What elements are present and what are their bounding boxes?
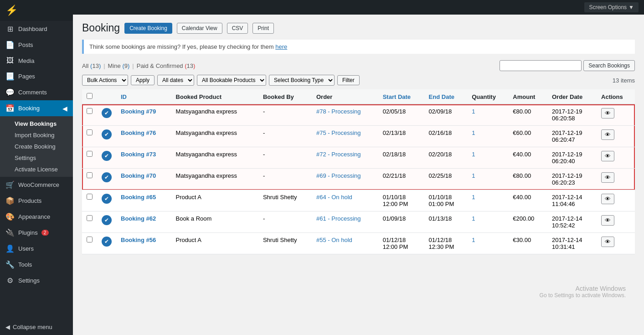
sidebar-item-comments[interactable]: 💬 Comments <box>0 84 73 100</box>
booking-id-link[interactable]: Booking #73 <box>121 151 156 158</box>
status-check-icon: ✔ <box>102 172 112 182</box>
order-link[interactable]: #75 - Processing <box>316 129 361 136</box>
start-date: 01/12/18 12:00 PM <box>378 233 424 254</box>
order-link[interactable]: #55 - On hold <box>316 237 352 243</box>
filter-all[interactable]: All (13) <box>82 62 101 69</box>
filter-button[interactable]: Filter <box>337 75 360 85</box>
search-input[interactable] <box>500 60 582 71</box>
calendar-view-button[interactable]: Calendar View <box>177 23 222 34</box>
order-link[interactable]: #64 - On hold <box>316 194 352 201</box>
view-button[interactable]: 👁 <box>601 151 614 161</box>
booked-by: - <box>258 104 312 126</box>
woocommerce-icon: 🛒 <box>5 180 15 189</box>
sidebar-item-dashboard[interactable]: ⊞ Dashboard <box>0 21 73 37</box>
tools-icon: 🔧 <box>5 260 15 269</box>
quantity-link[interactable]: 1 <box>472 237 475 243</box>
notice-link[interactable]: here <box>275 43 287 50</box>
booking-id-link[interactable]: Booking #65 <box>121 194 156 201</box>
booking-arrow-icon: ◀ <box>62 105 67 112</box>
quantity-link[interactable]: 1 <box>472 172 475 179</box>
sidebar-item-posts[interactable]: 📄 Posts <box>0 37 73 53</box>
sidebar-item-tools[interactable]: 🔧 Tools <box>0 257 73 273</box>
amount: €200.00 <box>508 211 547 233</box>
view-button[interactable]: 👁 <box>601 108 614 119</box>
booking-id-link[interactable]: Booking #76 <box>121 129 156 136</box>
logo-icon: ⚡ <box>5 5 18 16</box>
order-link[interactable]: #78 - Processing <box>316 108 361 115</box>
windows-watermark: Activate Windows Go to Settings to activ… <box>540 285 626 299</box>
booking-id-link[interactable]: Booking #79 <box>121 108 156 115</box>
quantity-link[interactable]: 1 <box>472 108 475 115</box>
row-checkbox[interactable] <box>87 215 93 221</box>
screen-options-button[interactable]: Screen Options ▼ <box>584 2 639 12</box>
booking-type-select[interactable]: Select Booking Type <box>269 75 335 86</box>
booking-product: Product A <box>171 233 258 254</box>
submenu-settings[interactable]: Settings <box>0 152 73 164</box>
row-checkbox[interactable] <box>87 129 93 135</box>
csv-button[interactable]: CSV <box>227 23 248 34</box>
submenu-activate-license[interactable]: Activate License <box>0 164 73 175</box>
row-checkbox[interactable] <box>87 108 93 114</box>
quantity-link[interactable]: 1 <box>472 215 475 222</box>
submenu-create-booking[interactable]: Create Booking <box>0 141 73 152</box>
start-date: 02/05/18 <box>378 104 424 126</box>
collapse-label: Collapse menu <box>13 324 52 330</box>
print-button[interactable]: Print <box>252 23 274 34</box>
page-header: Booking Create Booking Calendar View CSV… <box>82 22 635 34</box>
quantity-link[interactable]: 1 <box>472 151 475 158</box>
submenu-view-bookings[interactable]: View Bookings <box>0 118 73 129</box>
sidebar-item-label: Posts <box>18 41 33 48</box>
view-button[interactable]: 👁 <box>601 172 614 183</box>
view-button[interactable]: 👁 <box>601 237 614 247</box>
view-button[interactable]: 👁 <box>601 129 614 140</box>
booking-id-link[interactable]: Booking #56 <box>121 237 156 243</box>
order-date: 2017-12-14 10:31:41 <box>547 233 597 254</box>
booked-by: - <box>258 211 312 233</box>
sidebar-item-products[interactable]: 📦 Products <box>0 193 73 209</box>
submenu-import-booking[interactable]: Import Booking <box>0 129 73 141</box>
dates-select[interactable]: All dates <box>157 75 194 86</box>
filter-mine[interactable]: Mine (9) <box>108 62 130 69</box>
status-check-icon: ✔ <box>102 151 112 161</box>
quantity-link[interactable]: 1 <box>472 194 475 201</box>
col-id-header: ID <box>116 89 171 104</box>
view-button[interactable]: 👁 <box>601 215 614 226</box>
search-bookings-button[interactable]: Search Bookings <box>583 60 635 71</box>
amount: €30.00 <box>508 233 547 254</box>
col-product-header: Booked Product <box>171 89 258 104</box>
quantity-link[interactable]: 1 <box>472 129 475 136</box>
amount: €40.00 <box>508 147 547 169</box>
order-date: 2017-12-14 10:52:42 <box>547 211 597 233</box>
sidebar-item-booking[interactable]: 📅 Booking ◀ <box>0 100 73 116</box>
booking-id-link[interactable]: Booking #70 <box>121 172 156 179</box>
products-select[interactable]: All Bookable Products <box>197 75 266 86</box>
filter-paid-confirmed[interactable]: Paid & Confirmed (13) <box>137 62 196 69</box>
order-date: 2017-12-19 06:20:23 <box>547 169 597 190</box>
sidebar-item-pages[interactable]: 📃 Pages <box>0 68 73 84</box>
collapse-menu[interactable]: ◀ Collapse menu <box>0 319 73 335</box>
sidebar-item-users[interactable]: 👤 Users <box>0 241 73 257</box>
row-checkbox[interactable] <box>87 172 93 178</box>
create-booking-button[interactable]: Create Booking <box>124 23 172 34</box>
apply-button[interactable]: Apply <box>131 75 155 85</box>
order-link[interactable]: #69 - Processing <box>316 172 361 179</box>
order-link[interactable]: #61 - Processing <box>316 215 361 222</box>
row-checkbox[interactable] <box>87 194 93 200</box>
sidebar-item-label: Appearance <box>18 213 50 220</box>
booking-id-link[interactable]: Booking #62 <box>121 215 156 222</box>
sidebar-item-woocommerce[interactable]: 🛒 WooCommerce <box>0 177 73 193</box>
sidebar-item-settings[interactable]: ⚙ Settings <box>0 273 73 289</box>
sidebar-item-appearance[interactable]: 🎨 Appearance <box>0 209 73 225</box>
sidebar-item-plugins[interactable]: 🔌 Plugins 2 <box>0 225 73 241</box>
row-checkbox[interactable] <box>87 151 93 157</box>
select-all-checkbox[interactable] <box>87 93 93 99</box>
table-container: ID Booked Product Booked By Order Start … <box>82 89 635 254</box>
pages-icon: 📃 <box>5 72 15 81</box>
sidebar-item-media[interactable]: 🖼 Media <box>0 53 73 68</box>
view-button[interactable]: 👁 <box>601 194 614 204</box>
col-status-header <box>97 89 116 104</box>
sidebar-item-label: Booking <box>18 105 40 112</box>
order-link[interactable]: #72 - Processing <box>316 151 361 158</box>
row-checkbox[interactable] <box>87 237 93 242</box>
bulk-actions-select[interactable]: Bulk Actions <box>82 75 128 86</box>
